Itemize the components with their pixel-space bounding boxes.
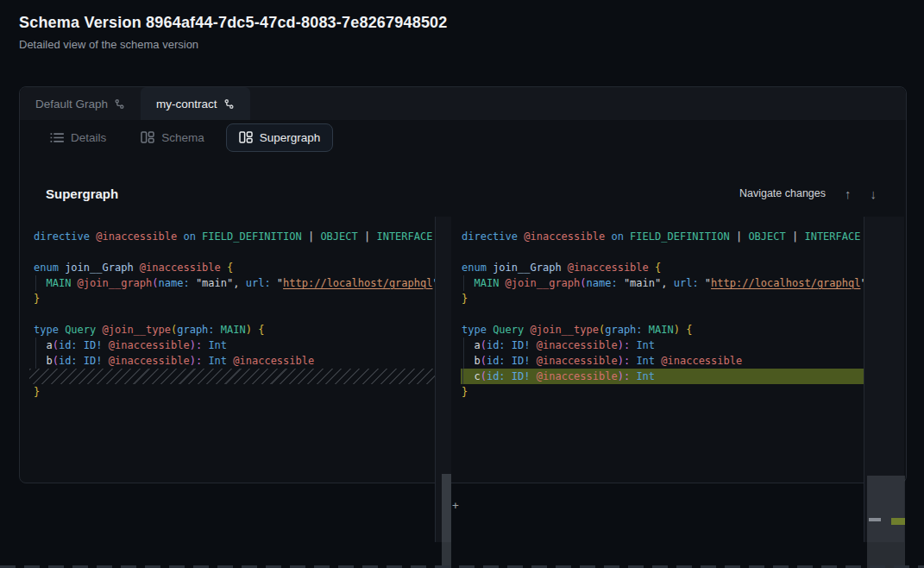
code-token bbox=[215, 324, 221, 336]
code-token: Int bbox=[636, 370, 655, 382]
code-line: type Query @join__type(graph: MAIN) { bbox=[462, 322, 864, 338]
code-token: ( bbox=[53, 355, 59, 367]
code-token: { bbox=[258, 324, 264, 336]
code-token: FIELD_DEFINITION bbox=[202, 230, 302, 243]
code-token bbox=[462, 277, 474, 289]
code-token bbox=[221, 262, 227, 274]
panel-title: Supergraph bbox=[46, 186, 118, 201]
code-line: MAIN @join__graph(name: "main", url: "ht… bbox=[34, 275, 435, 291]
code-token bbox=[618, 277, 624, 289]
code-token: ( bbox=[481, 370, 487, 382]
code-token: , bbox=[661, 277, 673, 289]
code-token bbox=[462, 370, 474, 382]
diff-pane-modified[interactable]: directive @inaccessible on FIELD_DEFINIT… bbox=[451, 217, 864, 484]
code-token: on bbox=[183, 230, 195, 243]
code-token: a bbox=[474, 339, 480, 351]
code-token: @join__type bbox=[531, 324, 599, 336]
code-token: @inaccessible bbox=[140, 262, 221, 274]
variant-tab-label: my-contract bbox=[156, 98, 217, 110]
code-token: @join__graph bbox=[506, 277, 581, 289]
code-line bbox=[462, 306, 864, 322]
code-line: a(id: ID! @inaccessible): Int bbox=[462, 338, 864, 353]
code-token bbox=[103, 339, 109, 351]
code-token: type bbox=[34, 324, 59, 336]
previous-change-button[interactable]: ↑ bbox=[845, 187, 852, 200]
code-line bbox=[462, 244, 864, 260]
page-title: Schema Version 8964af44-7dc5-47cd-8083-7… bbox=[19, 14, 448, 32]
diff-pane-original[interactable]: directive @inaccessible on FIELD_DEFINIT… bbox=[20, 217, 435, 484]
minimap[interactable] bbox=[864, 217, 904, 542]
code-token: id: bbox=[59, 339, 78, 351]
left-pane-scrollbar-track[interactable] bbox=[435, 217, 451, 542]
code-line: directive @inaccessible on FIELD_DEFINIT… bbox=[34, 229, 435, 244]
code-token bbox=[649, 262, 655, 274]
code-token: ): bbox=[190, 355, 202, 367]
code-token: graph: bbox=[177, 324, 214, 336]
tab-schema[interactable]: Schema bbox=[128, 123, 217, 152]
code-token bbox=[462, 339, 474, 351]
code-token: " bbox=[699, 277, 711, 289]
code-token: enum bbox=[462, 262, 487, 274]
supergraph-panel-header: Supergraph Navigate changes ↑ ↓ bbox=[20, 170, 906, 217]
code-token: ): bbox=[618, 339, 630, 351]
code-token: id: bbox=[487, 355, 506, 367]
code-token: MAIN bbox=[474, 277, 499, 289]
code-token: @inaccessible bbox=[537, 370, 618, 382]
code-token bbox=[462, 355, 474, 367]
added-code-line: c(id: ID! @inaccessible): Int bbox=[461, 369, 864, 384]
code-token: b bbox=[46, 355, 52, 367]
fork-icon bbox=[114, 98, 125, 110]
code-token: @inaccessible bbox=[109, 355, 190, 367]
code-token: @inaccessible bbox=[537, 355, 618, 367]
code-line: enum join__Graph @inaccessible { bbox=[462, 260, 864, 275]
code-token: ( bbox=[580, 277, 586, 289]
view-subtabs: Details Schema Supergraph bbox=[20, 120, 906, 155]
code-token: @join__type bbox=[103, 324, 171, 336]
page: { "header": { "title": "Schema Version 8… bbox=[0, 0, 924, 568]
subtab-label: Schema bbox=[161, 131, 204, 144]
code-token: ID! bbox=[84, 339, 103, 351]
tab-my-contract[interactable]: my-contract bbox=[141, 87, 250, 120]
code-token bbox=[499, 277, 505, 289]
tab-supergraph[interactable]: Supergraph bbox=[226, 123, 334, 152]
code-line: a(id: ID! @inaccessible): Int bbox=[34, 338, 435, 353]
tab-default-graph[interactable]: Default Graph bbox=[20, 87, 141, 120]
schema-version-card: Default Graph my-contract bbox=[19, 86, 907, 483]
code-token: graph: bbox=[605, 324, 642, 336]
code-token: MAIN bbox=[46, 277, 71, 289]
code-token: ID! bbox=[512, 355, 531, 367]
code-token: INTERFACE bbox=[376, 230, 432, 243]
tab-details[interactable]: Details bbox=[37, 123, 119, 152]
code-token: ( bbox=[481, 355, 487, 367]
code-token: on bbox=[611, 230, 623, 243]
code-line: enum join__Graph @inaccessible { bbox=[34, 260, 435, 275]
code-token: directive bbox=[34, 230, 90, 243]
navigate-changes: Navigate changes ↑ ↓ bbox=[739, 187, 877, 200]
code-token: "main" bbox=[624, 277, 661, 289]
code-token bbox=[506, 355, 512, 367]
code-token: "main" bbox=[196, 277, 233, 289]
left-pane-scrollbar-thumb[interactable] bbox=[442, 474, 451, 568]
code-token: url: bbox=[246, 277, 271, 289]
code-token: ): bbox=[618, 355, 630, 367]
code-token bbox=[531, 370, 537, 382]
code-token: { bbox=[227, 262, 233, 274]
code-token bbox=[506, 370, 512, 382]
navigate-changes-label: Navigate changes bbox=[739, 187, 826, 199]
code-token: Int bbox=[208, 339, 227, 351]
code-token bbox=[34, 339, 46, 351]
next-change-button[interactable]: ↓ bbox=[871, 187, 877, 200]
code-token: id: bbox=[487, 339, 506, 351]
code-token: directive bbox=[462, 230, 518, 243]
code-token bbox=[531, 355, 537, 367]
page-subtitle: Detailed view of the schema version bbox=[19, 38, 448, 51]
code-line: } bbox=[462, 384, 864, 400]
panels-icon bbox=[141, 131, 154, 143]
code-token: Int bbox=[636, 355, 655, 367]
code-token: ) bbox=[674, 324, 680, 336]
code-token: ): bbox=[190, 339, 202, 351]
added-line-marker: + bbox=[452, 498, 462, 514]
modified-code: directive @inaccessible on FIELD_DEFINIT… bbox=[462, 229, 864, 400]
code-token: a bbox=[46, 339, 52, 351]
code-token: " bbox=[271, 277, 283, 289]
